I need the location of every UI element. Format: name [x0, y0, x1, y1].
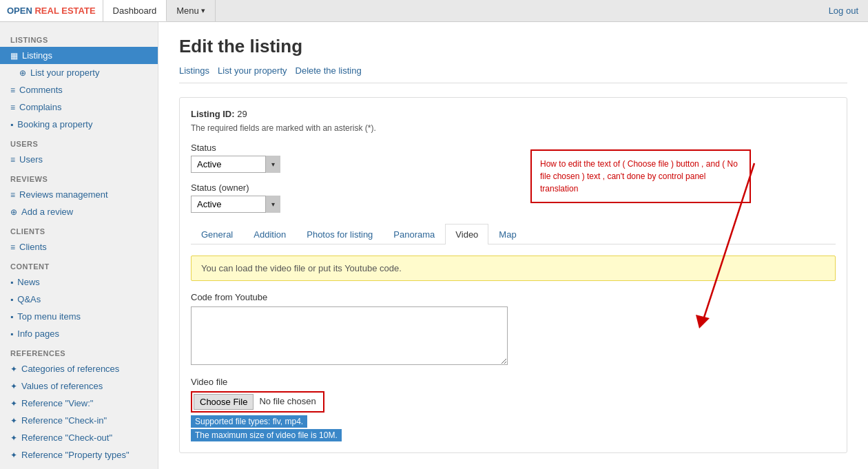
sidebar-item-clients[interactable]: ≡ Clients: [0, 238, 158, 256]
sidebar-item-values-refs[interactable]: ✦ Values of references: [0, 377, 158, 395]
sidebar-item-ref-view[interactable]: ✦ Reference "View:": [0, 395, 158, 412]
sidebar-info-pages-label: Info pages: [17, 329, 59, 339]
ref-view-icon: ✦: [10, 399, 17, 408]
sidebar-item-ref-checkin[interactable]: ✦ Reference "Check-in": [0, 412, 158, 429]
sidebar-item-qaas[interactable]: ▪ Q&As: [0, 291, 158, 308]
users-icon: ≡: [10, 155, 15, 165]
listings-icon: ▦: [10, 51, 18, 61]
sidebar-item-add-review[interactable]: ⊕ Add a review: [0, 203, 158, 220]
file-size-info: The maximum size of video file is 10M.: [191, 429, 342, 441]
choose-file-label: Choose File: [200, 397, 247, 407]
users-section-title: USERS: [0, 133, 158, 151]
info-pages-icon: ▪: [10, 329, 13, 339]
choose-file-button[interactable]: Choose File: [194, 394, 254, 410]
references-section-title: REFERENCES: [0, 342, 158, 360]
dashboard-nav[interactable]: Dashboard: [103, 0, 167, 21]
logout-button[interactable]: Log out: [819, 0, 868, 21]
sidebar-item-info-pages[interactable]: ▪ Info pages: [0, 325, 158, 342]
breadcrumb-listings[interactable]: Listings: [179, 65, 209, 76]
sidebar-item-listings[interactable]: ▦ Listings: [0, 47, 158, 64]
list-property-icon: ⊕: [19, 68, 26, 78]
clients-section-title: CLIENTS: [0, 220, 158, 238]
logout-label: Log out: [829, 6, 858, 16]
breadcrumb-delete-listing[interactable]: Delete the listing: [296, 65, 362, 76]
tab-map[interactable]: Map: [488, 224, 526, 244]
logo-text: OPEN REAL ESTATE: [7, 6, 96, 16]
top-menu-icon: ▪: [10, 312, 13, 322]
sidebar-ref-view-label: Reference "View:": [21, 398, 93, 408]
sidebar-ref-prop-types-label: Reference "Property types": [21, 450, 130, 460]
sidebar-listings-label: Listings: [22, 50, 52, 61]
file-input-container: Choose File No file chosen: [191, 391, 324, 413]
video-info-text: You can load the video file or put its Y…: [201, 263, 402, 273]
sidebar-item-ref-checkout[interactable]: ✦ Reference "Check-out": [0, 429, 158, 446]
sidebar-item-comments[interactable]: ≡ Comments: [0, 81, 158, 98]
status-owner-select-wrapper: Active Inactive Pending ▾: [191, 196, 280, 213]
annotation-box: How to edit the text of ( Choose file ) …: [530, 149, 751, 203]
tab-general[interactable]: General: [191, 224, 243, 244]
video-file-section: Video file Choose File No file chosen Su…: [191, 377, 836, 441]
dashboard-label: Dashboard: [113, 6, 157, 16]
menu-arrow-icon: ▾: [201, 6, 205, 15]
news-icon: ▪: [10, 278, 13, 287]
listing-id-value: 29: [237, 109, 247, 119]
sidebar-reviews-label: Reviews management: [19, 189, 108, 200]
sidebar-list-property-label: List your property: [30, 67, 99, 78]
sidebar: LISTINGS ▦ Listings ⊕ List your property…: [0, 22, 158, 469]
sidebar-item-list-property[interactable]: ⊕ List your property: [0, 64, 158, 81]
sidebar-item-top-menu[interactable]: ▪ Top menu items: [0, 308, 158, 325]
sidebar-item-complains[interactable]: ≡ Complains: [0, 98, 158, 116]
clients-icon: ≡: [10, 242, 15, 252]
main-content: How to edit the text of ( Choose file ) …: [158, 22, 868, 469]
sidebar-comments-label: Comments: [19, 85, 63, 95]
ref-checkout-icon: ✦: [10, 433, 17, 443]
required-note-text: The required fields are marked with an a…: [191, 123, 376, 133]
youtube-textarea[interactable]: [191, 306, 508, 365]
tabs-container: General Addition Photos for listing Pano…: [191, 224, 836, 244]
sidebar-item-news[interactable]: ▪ News: [0, 273, 158, 291]
sidebar-complains-label: Complains: [19, 102, 61, 112]
sidebar-ref-checkin-label: Reference "Check-in": [21, 415, 107, 426]
ref-prop-types-icon: ✦: [10, 450, 17, 460]
categories-refs-icon: ✦: [10, 364, 17, 374]
top-navigation: OPEN REAL ESTATE Dashboard Menu ▾ Log ou…: [0, 0, 868, 22]
status-owner-select[interactable]: Active Inactive Pending: [191, 196, 280, 213]
video-tab-content: You can load the video file or put its Y…: [191, 256, 836, 441]
sidebar-item-ref-prop-types[interactable]: ✦ Reference "Property types": [0, 446, 158, 463]
menu-label: Menu: [176, 6, 199, 16]
youtube-field-label: Code from Youtube: [191, 292, 836, 302]
file-types-info: Supported file types: flv, mp4.: [191, 415, 307, 428]
annotation-text: How to edit the text of ( Choose file ) …: [540, 159, 738, 194]
menu-nav[interactable]: Menu ▾: [167, 0, 216, 21]
tab-photos[interactable]: Photos for listing: [296, 224, 383, 244]
listings-section-title: LISTINGS: [0, 29, 158, 47]
sidebar-news-label: News: [17, 277, 40, 287]
video-info-box: You can load the video file or put its Y…: [191, 256, 836, 281]
sidebar-ref-checkout-label: Reference "Check-out": [21, 432, 112, 443]
sidebar-qaas-label: Q&As: [17, 294, 41, 304]
listing-id-row: Listing ID: 29: [191, 109, 836, 119]
page-title: Edit the listing: [179, 36, 847, 57]
ref-checkin-icon: ✦: [10, 416, 17, 426]
sidebar-item-categories-refs[interactable]: ✦ Categories of references: [0, 360, 158, 377]
sidebar-clients-label: Clients: [19, 242, 47, 252]
sidebar-top-menu-label: Top menu items: [17, 311, 81, 322]
sidebar-booking-label: Booking a property: [17, 119, 92, 129]
sidebar-item-booking[interactable]: ▪ Booking a property: [0, 116, 158, 133]
tab-video[interactable]: Video: [445, 224, 488, 244]
breadcrumb-list-property[interactable]: List your property: [218, 65, 287, 76]
tab-panorama[interactable]: Panorama: [383, 224, 445, 244]
qaas-icon: ▪: [10, 295, 13, 304]
main-layout: LISTINGS ▦ Listings ⊕ List your property…: [0, 22, 868, 469]
sidebar-users-label: Users: [19, 154, 43, 165]
booking-icon: ▪: [10, 120, 13, 129]
status-select[interactable]: Active Inactive Pending: [191, 156, 280, 173]
add-review-icon: ⊕: [10, 207, 17, 217]
tab-addition[interactable]: Addition: [243, 224, 296, 244]
required-note: The required fields are marked with an a…: [191, 123, 836, 133]
sidebar-item-reviews-management[interactable]: ≡ Reviews management: [0, 186, 158, 203]
reviews-icon: ≡: [10, 190, 15, 200]
sidebar-values-refs-label: Values of references: [21, 381, 103, 391]
listing-id-label: Listing ID:: [191, 109, 235, 119]
sidebar-item-users[interactable]: ≡ Users: [0, 151, 158, 168]
